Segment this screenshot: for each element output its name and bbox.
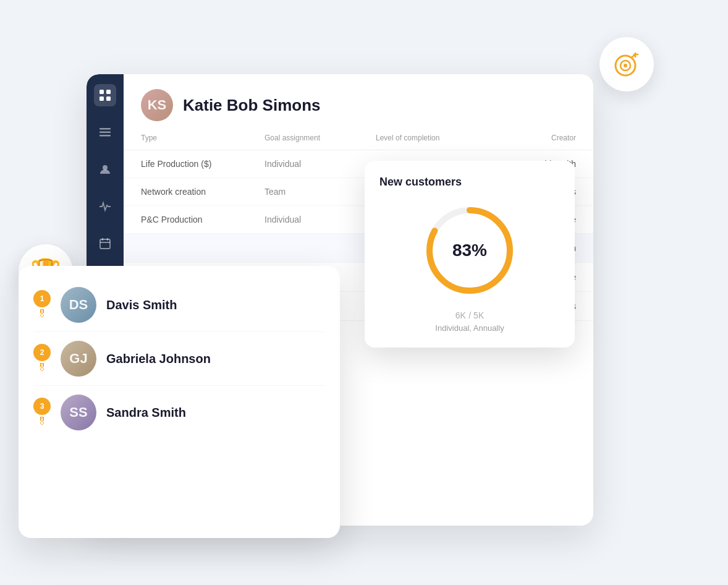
cell-assignment-1: Individual <box>265 159 376 169</box>
leaderboard-name-3: Sandra Smith <box>106 406 186 420</box>
target-icon <box>612 49 641 79</box>
svg-point-13 <box>103 165 108 170</box>
leaderboard-item[interactable]: 2 🎖 GJ Gabriela Johnson <box>33 332 325 386</box>
target-icon-float <box>599 37 654 92</box>
popup-meta: Individual, Annually <box>435 323 504 333</box>
content-header: KS Katie Bob Simons <box>124 74 593 131</box>
page-title: Katie Bob Simons <box>183 96 320 115</box>
avatar-sandra: SS <box>61 395 96 430</box>
cell-assignment-2: Team <box>265 187 376 197</box>
cell-type-1: Life Production ($) <box>141 159 265 169</box>
popup-divider: / <box>468 310 473 320</box>
progress-percent: 83% <box>452 241 487 260</box>
leaderboard-item[interactable]: 3 🎖 SS Sandra Smith <box>33 386 325 439</box>
cell-type-3: P&C Production <box>141 215 265 224</box>
svg-rect-10 <box>99 128 111 130</box>
rank-number-1: 1 <box>33 290 51 307</box>
svg-rect-14 <box>100 239 110 249</box>
rank-badge-3: 3 🎖 <box>33 398 51 427</box>
col-assignment: Goal assignment <box>265 131 376 145</box>
circular-progress: 83% <box>420 201 519 300</box>
col-type: Type <box>141 131 265 145</box>
svg-rect-12 <box>99 135 111 137</box>
svg-rect-11 <box>99 132 111 134</box>
popup-stats: 6K / 5K <box>455 310 484 321</box>
cell-type-2: Network creation <box>141 187 265 197</box>
col-completion: Level of completion <box>376 131 477 145</box>
avatar-davis: DS <box>61 287 96 323</box>
svg-rect-7 <box>106 90 111 94</box>
progress-text: 83% <box>452 241 487 260</box>
sidebar-item-user[interactable] <box>94 158 116 181</box>
popup-card: New customers 83% 6K / 5K Individual, An… <box>365 161 575 348</box>
leaderboard-card: 1 🎖 DS Davis Smith 2 🎖 GJ Gabriela Johns… <box>19 266 340 538</box>
rank-ribbon-2: 🎖 <box>37 362 47 374</box>
leaderboard-name-2: Gabriela Johnson <box>106 352 211 366</box>
rank-badge-2: 2 🎖 <box>33 344 51 374</box>
popup-current: 6K <box>455 310 466 320</box>
table-header: Type Goal assignment Level of completion… <box>124 131 593 150</box>
col-creator: Creator <box>477 131 576 145</box>
leaderboard-name-1: Davis Smith <box>106 298 177 312</box>
rank-number-3: 3 <box>33 398 51 415</box>
sidebar-item-activity[interactable] <box>94 195 116 218</box>
rank-ribbon-1: 🎖 <box>37 309 47 320</box>
sidebar-item-grid[interactable] <box>94 84 116 106</box>
avatar-gabriela: GJ <box>61 341 96 377</box>
avatar: KS <box>141 89 173 121</box>
svg-rect-6 <box>99 90 104 94</box>
svg-rect-8 <box>99 96 104 101</box>
rank-ribbon-3: 🎖 <box>37 416 47 427</box>
leaderboard-item[interactable]: 1 🎖 DS Davis Smith <box>33 278 325 332</box>
rank-number-2: 2 <box>33 344 51 361</box>
popup-title: New customers <box>379 176 462 189</box>
cell-assignment-3: Individual <box>265 215 376 224</box>
rank-badge-1: 1 🎖 <box>33 290 51 320</box>
sidebar-item-calendar[interactable] <box>94 233 116 255</box>
sidebar-item-table[interactable] <box>94 121 116 143</box>
svg-rect-9 <box>106 96 111 101</box>
popup-target: 5K <box>473 310 484 320</box>
svg-point-2 <box>624 64 627 67</box>
